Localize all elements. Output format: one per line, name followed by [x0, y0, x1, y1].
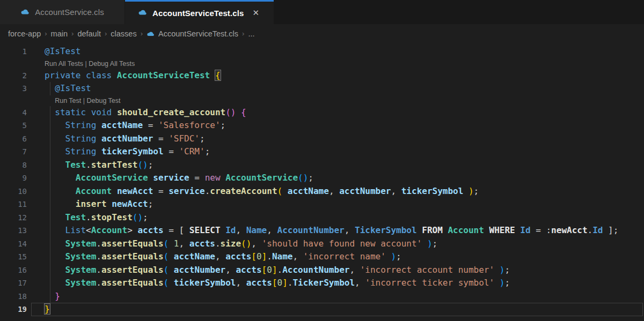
code-line-text[interactable]: String tickerSymbol = 'CRM';: [45, 146, 210, 156]
code-line-text[interactable]: AccountService service = new AccountServ…: [45, 173, 313, 183]
code-line-text[interactable]: List<Account> accts = [ SELECT Id, Name,…: [45, 225, 618, 235]
codelens-link[interactable]: Run Test: [55, 97, 81, 104]
chevron-right-icon: ›: [242, 29, 244, 38]
line-number: 19: [0, 303, 27, 316]
code-line[interactable]: 7 String tickerSymbol = 'CRM';: [0, 145, 644, 159]
line-number: 8: [0, 159, 27, 172]
line-number: 11: [0, 198, 27, 211]
salesforce-cloud-icon: [20, 8, 30, 17]
salesforce-cloud-icon: [147, 30, 155, 39]
code-line[interactable]: 9 AccountService service = new AccountSe…: [0, 171, 644, 185]
codelens-row: Run Test | Debug Test: [0, 95, 644, 106]
codelens-text: Run Test | Debug Test: [45, 97, 121, 104]
code-line-text[interactable]: }: [45, 304, 50, 314]
code-line-text[interactable]: String acctNumber = 'SFDC';: [45, 133, 205, 144]
line-number: 15: [0, 250, 27, 264]
code-line-text[interactable]: System.assertEquals( 1, accts.size(), 's…: [45, 238, 437, 249]
code-line-text[interactable]: }: [45, 291, 60, 301]
line-number: 9: [0, 171, 27, 185]
tab-accountservicetest[interactable]: AccountServiceTest.cls ✕: [125, 0, 274, 24]
breadcrumb-item[interactable]: default: [77, 29, 101, 38]
code-line[interactable]: 14 System.assertEquals( 1, accts.size(),…: [0, 237, 644, 251]
code-line-text[interactable]: private class AccountServiceTest {: [45, 70, 221, 80]
code-line[interactable]: 8 Test.startTest();: [0, 159, 644, 172]
breadcrumb-item-file[interactable]: AccountServiceTest.cls: [158, 29, 238, 38]
line-number: 5: [0, 119, 27, 132]
breadcrumb-item[interactable]: main: [51, 29, 68, 38]
line-number: 3: [0, 82, 27, 95]
code-line[interactable]: 10 Account newAcct = service.createAccou…: [0, 185, 644, 198]
code-line-text[interactable]: String acctName = 'Salesforce';: [45, 120, 225, 130]
code-line[interactable]: 15 System.assertEquals( acctName, accts[…: [0, 250, 644, 264]
codelens-link[interactable]: Debug Test: [87, 97, 121, 104]
code-line[interactable]: 17 System.assertEquals( tickerSymbol, ac…: [0, 277, 644, 290]
chevron-right-icon: ›: [105, 29, 107, 38]
codelens-text: Run All Tests | Debug All Tests: [45, 60, 135, 68]
line-number: 12: [0, 211, 27, 225]
codelens-separator: |: [83, 60, 89, 68]
tab-accountservice[interactable]: AccountService.cls: [0, 0, 125, 24]
codelens-link[interactable]: Run All Tests: [45, 60, 83, 68]
code-line[interactable]: 13 List<Account> accts = [ SELECT Id, Na…: [0, 224, 644, 237]
breadcrumb-item[interactable]: classes: [111, 29, 136, 38]
code-line[interactable]: 1@IsTest: [0, 45, 644, 58]
line-number: 10: [0, 185, 27, 198]
code-line[interactable]: 16 System.assertEquals( acctNumber, acct…: [0, 264, 644, 277]
tab-label: AccountService.cls: [35, 8, 104, 17]
tab-bar: AccountService.cls AccountServiceTest.cl…: [0, 0, 644, 24]
codelens-separator: |: [81, 97, 86, 104]
chevron-right-icon: ›: [71, 29, 74, 38]
code-line[interactable]: 2private class AccountServiceTest {: [0, 69, 644, 83]
breadcrumb: force-app › main › default › classes › A…: [0, 24, 644, 43]
code-line-text[interactable]: insert newAcct;: [45, 199, 153, 209]
codelens-link[interactable]: Debug All Tests: [89, 60, 135, 68]
breadcrumb-item[interactable]: ...: [248, 29, 254, 38]
line-number: 6: [0, 132, 27, 146]
code-line-text[interactable]: System.assertEquals( acctName, accts[0].…: [45, 251, 401, 262]
code-line-text[interactable]: Test.stopTest();: [45, 212, 148, 222]
code-line[interactable]: 5 String acctName = 'Salesforce';: [0, 119, 644, 132]
chevron-right-icon: ›: [45, 29, 47, 38]
breadcrumb-item[interactable]: force-app: [8, 29, 41, 38]
code-line[interactable]: 19}: [0, 303, 644, 316]
line-number: 18: [0, 290, 27, 303]
code-line[interactable]: 18 }: [0, 290, 644, 303]
tab-label: AccountServiceTest.cls: [152, 9, 244, 18]
line-number: 16: [0, 264, 27, 277]
line-number: 1: [0, 45, 27, 58]
code-line[interactable]: 3 @IsTest: [0, 82, 644, 95]
chevron-right-icon: ›: [141, 29, 143, 38]
codelens-row: Run All Tests | Debug All Tests: [0, 58, 644, 69]
line-number: 17: [0, 277, 27, 290]
code-line-text[interactable]: Test.startTest();: [45, 160, 153, 170]
code-line[interactable]: 12 Test.stopTest();: [0, 211, 644, 225]
line-number: 2: [0, 69, 27, 83]
code-line-text[interactable]: @IsTest: [45, 83, 91, 93]
line-number: 13: [0, 224, 27, 237]
code-line[interactable]: 4 static void should_create_account() {: [0, 106, 644, 120]
code-line-text[interactable]: Account newAcct = service.createAccount(…: [45, 186, 479, 196]
code-line-text[interactable]: System.assertEquals( tickerSymbol, accts…: [45, 278, 510, 288]
salesforce-cloud-icon: [138, 8, 148, 18]
code-line-text[interactable]: System.assertEquals( acctNumber, accts[0…: [45, 265, 510, 275]
line-number: 4: [0, 106, 27, 120]
code-area: 1@IsTestRun All Tests | Debug All Tests2…: [0, 43, 644, 316]
line-number: 14: [0, 237, 27, 251]
code-line[interactable]: 11 insert newAcct;: [0, 198, 644, 211]
close-icon[interactable]: ✕: [251, 8, 261, 18]
code-line[interactable]: 6 String acctNumber = 'SFDC';: [0, 132, 644, 146]
code-line-text[interactable]: @IsTest: [45, 46, 80, 56]
vscode-editor-window: AccountService.cls AccountServiceTest.cl…: [0, 0, 644, 321]
line-number: 7: [0, 145, 27, 159]
code-line-text[interactable]: static void should_create_account() {: [45, 107, 246, 117]
